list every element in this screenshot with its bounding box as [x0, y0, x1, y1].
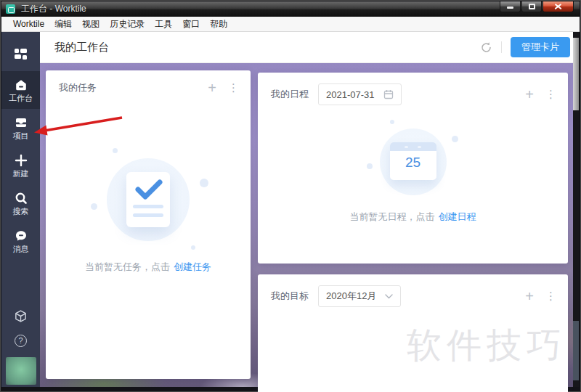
schedule-empty-text: 当前暂无日程，点击 [350, 211, 435, 222]
app-window: 工作台 - Worktile Worktile 编辑 视图 历史记录 工具 窗口… [0, 0, 581, 392]
schedule-date-value: 2021-07-31 [326, 89, 375, 100]
scrollbar-thumb[interactable] [573, 38, 579, 110]
add-schedule-icon[interactable]: + [525, 88, 534, 101]
chat-bubble-icon [14, 229, 28, 243]
help-glyph: ? [18, 336, 23, 345]
schedule-more-icon[interactable]: ⋮ [545, 88, 556, 101]
close-button[interactable] [543, 1, 574, 12]
sidebar: 工作台 项目 新建 搜索 消息 [1, 32, 40, 387]
tasks-empty-text: 当前暂无任务，点击 [85, 261, 170, 272]
logo-grid-icon [15, 49, 27, 60]
page-header: 我的工作台 管理卡片 [40, 32, 573, 63]
calendar-icon [383, 89, 394, 99]
vertical-scrollbar[interactable] [573, 32, 579, 387]
card-tasks-header: 我的任务 + ⋮ [46, 70, 251, 94]
header-actions: 管理卡片 [478, 37, 570, 57]
menu-history[interactable]: 历史记录 [105, 17, 150, 32]
titlebar: 工作台 - Worktile [1, 1, 580, 17]
apps-cube-icon[interactable] [13, 308, 29, 324]
sidebar-item-messages[interactable]: 消息 [1, 222, 40, 260]
close-icon [554, 4, 562, 10]
schedule-empty-text-row: 当前暂无日程，点击创建日程 [350, 210, 476, 224]
sidebar-item-projects[interactable]: 项目 [1, 109, 40, 147]
tasks-empty-state: 当前暂无任务，点击创建任务 [46, 158, 251, 274]
tasks-empty-text-row: 当前暂无任务，点击创建任务 [85, 260, 211, 274]
menu-help[interactable]: 帮助 [205, 17, 232, 32]
sidebar-item-label: 新建 [13, 170, 29, 178]
goals-more-icon[interactable]: ⋮ [545, 290, 556, 303]
menu-edit[interactable]: 编辑 [49, 17, 77, 32]
maximize-icon [529, 4, 535, 9]
worktile-logo-icon[interactable] [1, 38, 40, 71]
page-title: 我的工作台 [54, 41, 109, 54]
goals-period-value: 2020年12月 [326, 290, 376, 303]
schedule-date-picker[interactable]: 2021-07-31 [318, 83, 402, 105]
scrollbar-lower-shade [573, 321, 579, 380]
card-schedule-title: 我的日程 [271, 88, 309, 101]
user-avatar[interactable] [6, 357, 36, 385]
sidebar-item-workbench[interactable]: 工作台 [1, 71, 40, 109]
help-icon[interactable]: ? [13, 332, 29, 348]
add-task-icon[interactable]: + [208, 81, 216, 94]
sidebar-item-label: 工作台 [9, 94, 33, 102]
window-title: 工作台 - Worktile [21, 3, 86, 15]
menu-view[interactable]: 视图 [77, 17, 105, 32]
refresh-icon[interactable] [478, 39, 494, 55]
schedule-empty-illustration: 25 [380, 128, 447, 195]
window-controls [499, 1, 574, 12]
minimize-icon [507, 7, 513, 9]
card-goals-header: 我的目标 2020年12月 + ⋮ [258, 274, 568, 307]
menu-tools[interactable]: 工具 [150, 17, 177, 32]
create-schedule-link[interactable]: 创建日程 [439, 211, 476, 222]
minimize-button[interactable] [500, 1, 521, 12]
sidebar-item-label: 项目 [13, 132, 29, 140]
tasks-more-icon[interactable]: ⋮ [228, 81, 239, 94]
chevron-down-icon [385, 294, 393, 299]
create-task-link[interactable]: 创建任务 [174, 261, 211, 272]
card-my-goals: 我的目标 2020年12月 + ⋮ [258, 274, 568, 392]
schedule-empty-state: 25 当前暂无日程，点击创建日程 [258, 128, 568, 224]
sidebar-item-label: 消息 [13, 245, 29, 253]
add-goal-icon[interactable]: + [525, 290, 534, 303]
menubar: Worktile 编辑 视图 历史记录 工具 窗口 帮助 [1, 17, 580, 32]
plus-icon [14, 153, 28, 168]
sidebar-bottom: ? [6, 308, 36, 387]
workbench-content: 我的任务 + ⋮ [40, 63, 573, 387]
tasks-empty-illustration [107, 158, 190, 241]
worktile-app-icon [6, 4, 15, 14]
manage-cards-button[interactable]: 管理卡片 [511, 37, 570, 57]
goals-period-select[interactable]: 2020年12月 [318, 285, 401, 307]
home-icon [14, 78, 28, 92]
maximize-button[interactable] [521, 1, 542, 12]
menu-worktile[interactable]: Worktile [8, 17, 49, 30]
card-my-tasks: 我的任务 + ⋮ [46, 70, 251, 379]
sidebar-item-search[interactable]: 搜索 [1, 184, 40, 222]
card-goals-title: 我的目标 [271, 290, 309, 303]
sidebar-item-label: 搜索 [13, 208, 29, 216]
header-divider [501, 41, 502, 53]
sidebar-item-new[interactable]: 新建 [1, 147, 40, 184]
menu-window[interactable]: 窗口 [177, 17, 205, 32]
card-my-schedule: 我的日程 2021-07-31 + ⋮ 25 [258, 73, 568, 264]
inbox-icon [14, 115, 28, 130]
calendar-day-number: 25 [390, 155, 436, 171]
card-schedule-header: 我的日程 2021-07-31 + ⋮ [258, 73, 568, 105]
search-icon [14, 191, 28, 205]
card-tasks-title: 我的任务 [59, 81, 97, 94]
